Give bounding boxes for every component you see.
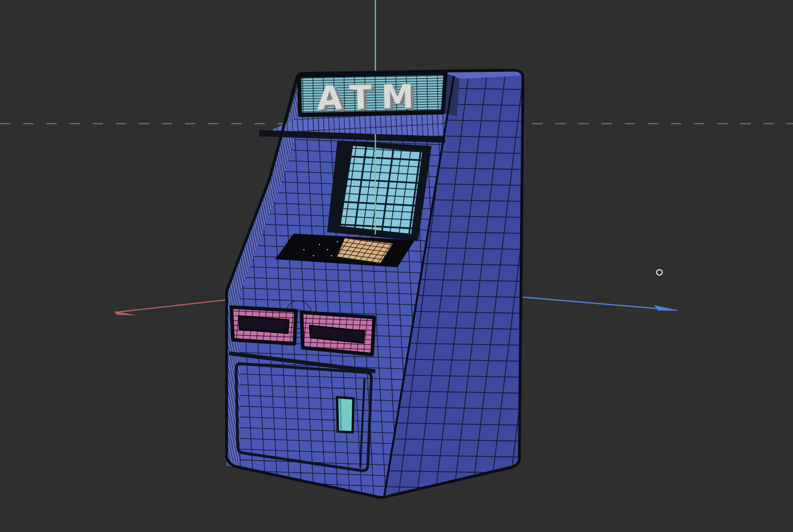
receipt-slot [337, 397, 353, 432]
viewport-canvas: ATM ATM [0, 0, 793, 532]
cash-slot-left [231, 307, 296, 344]
3d-viewport[interactable]: ATM ATM [0, 0, 793, 532]
cash-slot-right [302, 312, 374, 355]
atm-screen [340, 145, 423, 234]
